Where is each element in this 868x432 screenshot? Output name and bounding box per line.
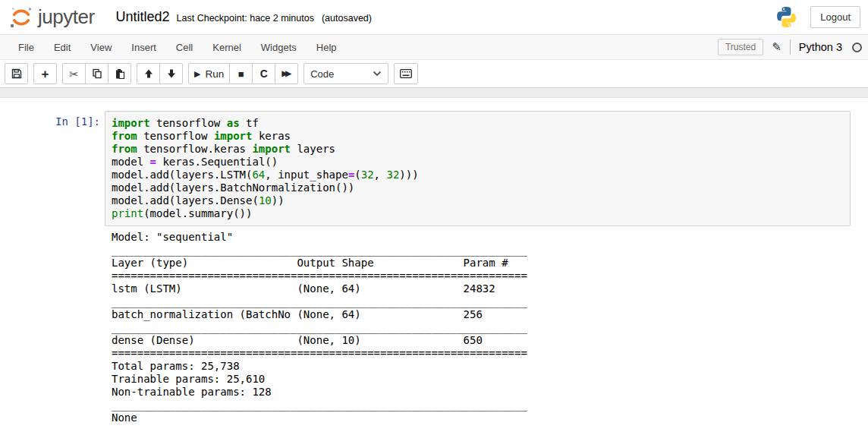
save-icon [11,68,22,79]
code-line: model.add(layers.Dense(10)) [112,194,844,207]
keyboard-icon [400,69,412,78]
input-prompt: In [1]: [0,111,100,226]
menu-item-help[interactable]: Help [307,36,347,59]
code-line: print(model.summary()) [112,207,844,220]
menu-item-file[interactable]: File [8,36,44,59]
python-logo-icon [775,5,798,29]
checkpoint-status: Last Checkpoint: hace 2 minutos [177,13,314,24]
menu-item-view[interactable]: View [80,36,121,59]
code-cell[interactable]: In [1]: import tensorflow as tffrom tens… [0,111,868,226]
code-input-box[interactable]: import tensorflow as tffrom tensorflow i… [105,111,851,226]
menu-bar: FileEditViewInsertCellKernelWidgetsHelp … [0,34,868,60]
trusted-badge[interactable]: Trusted [718,39,763,55]
restart-run-all-button[interactable]: ▶▶ [275,63,298,84]
notebook-header: jupyter Untitled2 Last Checkpoint: hace … [0,0,868,34]
save-button[interactable] [5,63,28,84]
logout-button[interactable]: Logout [810,6,860,28]
cell-type-select[interactable]: Code [303,63,388,84]
menubar-separator [790,39,791,55]
jupyter-logo-text: jupyter [38,5,95,29]
menu-item-edit[interactable]: Edit [44,36,80,59]
cut-icon: ✂ [69,68,79,80]
plus-icon: + [42,68,49,80]
code-line: from tensorflow.keras import layers [112,143,844,156]
code-area: import tensorflow as tffrom tensorflow i… [112,117,844,220]
toolbar: + ✂ [0,60,868,88]
jupyter-logo-icon [8,5,35,30]
restart-icon: C [260,68,268,79]
move-cell-up-button[interactable] [137,63,160,84]
run-label: Run [205,68,224,80]
cut-cell-button[interactable]: ✂ [62,63,86,84]
copy-icon [92,68,102,79]
add-cell-button[interactable]: + [33,63,57,84]
code-line: from tensorflow import keras [112,130,844,143]
code-line: model.add(layers.LSTM(64, input_shape=(3… [112,169,844,181]
paste-icon [115,68,125,79]
jupyter-logo[interactable]: jupyter [8,5,95,30]
edit-mode-pencil-icon: ✎ [772,40,782,54]
code-line: model = keras.Sequential() [112,156,844,169]
cell-type-value: Code [310,68,334,80]
run-icon: ▶ [194,70,200,78]
menu-item-cell[interactable]: Cell [166,36,203,59]
kernel-idle-indicator-icon [852,43,862,52]
output-text: Model: "sequential" ____________________… [112,231,527,424]
menu-items: FileEditViewInsertCellKernelWidgetsHelp [8,36,347,59]
chevron-down-icon [373,71,382,77]
autosave-status: (autosaved) [322,13,372,24]
paste-cell-button[interactable] [108,63,131,84]
code-line: model.add(layers.BatchNormalization()) [112,181,844,194]
stop-icon: ■ [238,69,244,79]
output-cell: Model: "sequential" ____________________… [0,231,868,424]
interrupt-kernel-button[interactable]: ■ [229,63,253,84]
run-cell-button[interactable]: ▶ Run [188,63,230,84]
menu-item-insert[interactable]: Insert [121,36,166,59]
copy-cell-button[interactable] [85,63,108,84]
fast-forward-icon: ▶▶ [282,70,291,77]
page-background-strip [0,88,868,98]
menu-item-widgets[interactable]: Widgets [251,36,307,59]
command-palette-button[interactable] [394,63,418,84]
kernel-name: Python 3 [799,41,842,53]
menu-item-kernel[interactable]: Kernel [203,36,251,59]
arrow-down-icon [166,68,177,79]
arrow-up-icon [143,68,154,79]
restart-kernel-button[interactable]: C [252,63,275,84]
code-line: import tensorflow as tf [112,117,844,130]
notebook-title[interactable]: Untitled2 [116,9,170,25]
notebook-area: In [1]: import tensorflow as tffrom tens… [0,98,868,424]
move-cell-down-button[interactable] [159,63,183,84]
